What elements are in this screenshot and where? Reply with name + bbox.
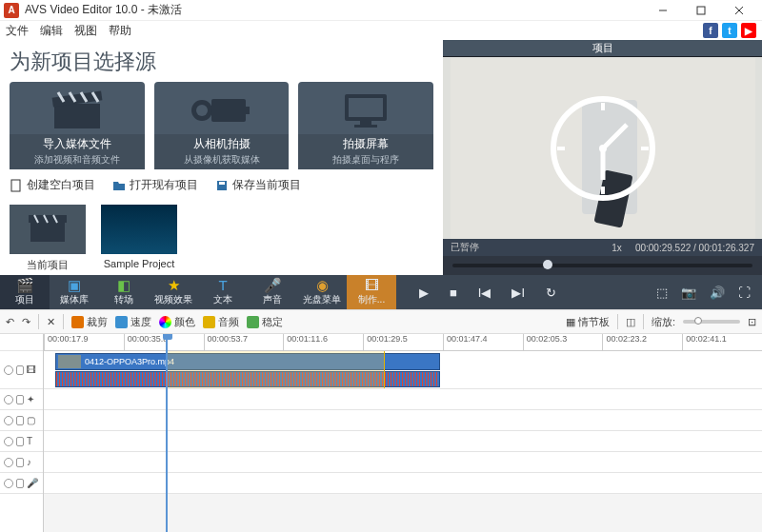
next-frame-button[interactable]: ▶I — [511, 286, 525, 300]
source-card-import[interactable]: 导入媒体文件 添加视频和音频文件 — [10, 82, 145, 169]
minimize-button[interactable] — [644, 0, 682, 21]
play-button[interactable]: ▶ — [419, 286, 429, 300]
storyboard-button[interactable]: ▦情节板 — [566, 315, 610, 329]
facebook-icon[interactable]: f — [703, 23, 718, 38]
svg-point-12 — [196, 105, 208, 116]
eye-icon[interactable] — [4, 458, 13, 467]
preview-title: 项目 — [443, 40, 762, 57]
save-project[interactable]: 保存当前项目 — [215, 177, 301, 193]
maximize-button[interactable] — [682, 0, 720, 21]
playback-time: 00:00:29.522 / 00:01:26.327 — [635, 243, 754, 253]
produce-icon: 🎞 — [365, 278, 379, 292]
menu-view[interactable]: 视图 — [74, 23, 97, 39]
lock-icon[interactable] — [16, 395, 24, 404]
audio-clip[interactable] — [55, 371, 440, 387]
menu-help[interactable]: 帮助 — [109, 23, 131, 39]
effects-track[interactable] — [44, 389, 762, 410]
label: 情节板 — [578, 315, 610, 329]
stabilize-tool[interactable]: 稳定 — [247, 315, 283, 329]
crop-tool[interactable]: 裁剪 — [71, 315, 108, 329]
prev-frame-button[interactable]: I◀ — [478, 286, 491, 300]
audio-track-head[interactable]: ♪ — [0, 452, 43, 473]
delete-button[interactable]: ✕ — [47, 316, 55, 328]
source-card-camera[interactable]: 从相机拍摄 从摄像机获取媒体 — [154, 82, 290, 169]
color-icon — [159, 316, 171, 328]
snapshot-icon[interactable]: 📷 — [681, 286, 696, 300]
lock-icon[interactable] — [16, 437, 24, 446]
eye-icon[interactable] — [4, 479, 13, 488]
eye-icon[interactable] — [4, 437, 13, 446]
video-track[interactable]: 0412-OPPOA3Pro.mp4 — [44, 351, 762, 389]
video-track-head[interactable]: 🎞 — [0, 351, 43, 389]
tab-bar: 🎬项目 ▣媒体库 ◧转场 ★视频效果 T文本 🎤声音 ◉光盘菜单 🎞制作... … — [0, 275, 762, 309]
split-view-button[interactable]: ◫ — [626, 316, 635, 328]
menu-edit[interactable]: 编辑 — [40, 23, 63, 39]
monitor-icon — [298, 88, 433, 135]
voice-track-head[interactable]: 🎤 — [0, 473, 43, 494]
audio-track[interactable] — [44, 452, 762, 473]
overlay-track-head[interactable]: ▢ — [0, 410, 43, 431]
clip-name: 0412-OPPOA3Pro.mp4 — [85, 357, 174, 366]
redo-button[interactable]: ↷ — [22, 316, 30, 328]
zoom-fit-button[interactable]: ⊡ — [748, 316, 756, 328]
tab-audio[interactable]: 🎤声音 — [248, 275, 297, 309]
voice-track[interactable] — [44, 473, 762, 494]
eye-icon[interactable] — [4, 395, 13, 404]
stop-button[interactable]: ■ — [450, 286, 457, 300]
upper-area: 为新项目选择源 导入媒体文件 添加视频和音频文件 从相机拍摄 从摄像机获取媒体 — [0, 40, 762, 275]
lock-icon[interactable] — [16, 416, 24, 425]
youtube-icon[interactable]: ▶ — [741, 23, 756, 38]
tracks-area[interactable]: 00:00:17.9 00:00:35.8 00:00:53.7 00:01:1… — [44, 334, 762, 532]
playback-state: 已暂停 — [451, 241, 479, 254]
tab-label: 媒体库 — [60, 293, 89, 306]
lock-icon[interactable] — [16, 479, 24, 488]
twitter-icon[interactable]: t — [722, 23, 737, 38]
volume-icon[interactable]: 🔊 — [710, 286, 725, 300]
thumb-sample-project[interactable]: Sample Project — [101, 205, 177, 275]
effects-track-head[interactable]: ✦ — [0, 389, 43, 410]
minimize-icon — [658, 6, 668, 15]
tab-project[interactable]: 🎬项目 — [0, 275, 50, 309]
tab-media-library[interactable]: ▣媒体库 — [50, 275, 99, 309]
label: 音频 — [218, 315, 239, 329]
preview-status-bar: 已暂停 1x 00:00:29.522 / 00:01:26.327 — [443, 239, 762, 256]
audio-tool[interactable]: 音频 — [203, 315, 239, 329]
loop-button[interactable]: ↻ — [546, 286, 556, 300]
lock-icon[interactable] — [16, 458, 24, 467]
label: 裁剪 — [87, 315, 108, 329]
close-button[interactable] — [720, 0, 758, 21]
speed-tool[interactable]: 速度 — [115, 315, 151, 329]
preview-viewport[interactable] — [443, 57, 762, 239]
eye-icon[interactable] — [4, 416, 13, 425]
text-track-head[interactable]: T — [0, 431, 43, 452]
zoom-handle[interactable] — [694, 317, 702, 325]
tab-video-effects[interactable]: ★视频效果 — [149, 275, 198, 309]
text-track[interactable] — [44, 431, 762, 452]
video-clip[interactable]: 0412-OPPOA3Pro.mp4 — [55, 353, 440, 370]
fullscreen-icon[interactable]: ⛶ — [738, 286, 751, 300]
tab-produce[interactable]: 🎞制作... — [347, 275, 396, 309]
open-project[interactable]: 打开现有项目 — [112, 177, 198, 193]
timeline: 🎞 ✦ ▢ T ♪ 🎤 00:00:17.9 00:00:35.8 00:00:… — [0, 334, 762, 532]
tab-disc-menu[interactable]: ◉光盘菜单 — [297, 275, 347, 309]
color-tool[interactable]: 颜色 — [159, 315, 195, 329]
tab-transitions[interactable]: ◧转场 — [99, 275, 149, 309]
create-blank-project[interactable]: 创建空白项目 — [10, 177, 95, 193]
scrub-handle[interactable] — [543, 260, 552, 269]
overlay-track[interactable] — [44, 410, 762, 431]
tab-text[interactable]: T文本 — [198, 275, 248, 309]
thumb-current-project[interactable]: 当前项目 — [10, 205, 86, 275]
undo-button[interactable]: ↶ — [6, 316, 14, 328]
split-button-icon[interactable]: ⬚ — [656, 286, 668, 300]
menu-file[interactable]: 文件 — [6, 23, 29, 39]
lock-icon[interactable] — [16, 365, 24, 375]
time-ruler[interactable]: 00:00:17.9 00:00:35.8 00:00:53.7 00:01:1… — [44, 334, 762, 351]
source-card-screen[interactable]: 拍摄屏幕 拍摄桌面与程序 — [298, 82, 433, 169]
playhead[interactable] — [166, 334, 168, 532]
stabilize-icon — [247, 316, 259, 328]
zoom-slider[interactable] — [683, 320, 740, 324]
card-sublabel: 从摄像机获取媒体 — [154, 153, 290, 169]
transport-controls: ▶ ■ I◀ ▶I ↻ — [396, 275, 656, 309]
preview-scrubber[interactable] — [443, 256, 762, 275]
eye-icon[interactable] — [4, 365, 13, 375]
